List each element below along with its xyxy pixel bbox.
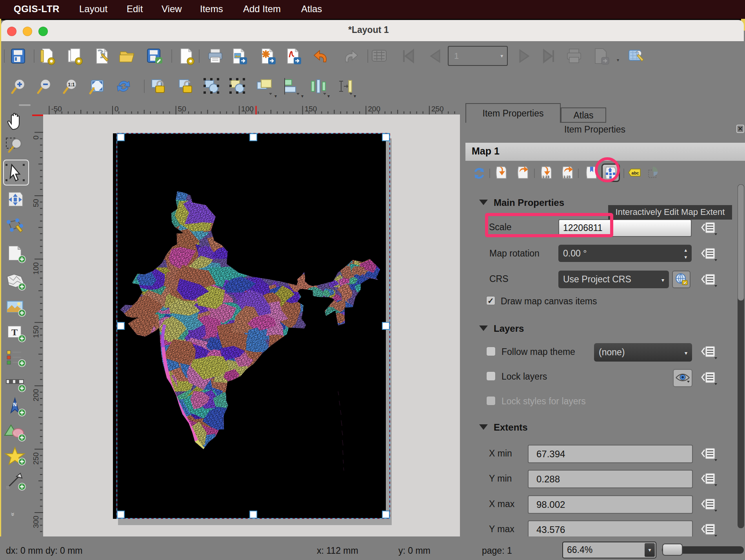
svg-text:150: 150 (32, 325, 40, 338)
svg-text:T: T (11, 327, 18, 337)
svg-text:1:1: 1:1 (68, 82, 75, 87)
svg-text:1:23: 1:23 (542, 175, 549, 179)
svg-text:0: 0 (114, 105, 119, 113)
svg-text:250: 250 (32, 452, 40, 465)
svg-text:0: 0 (32, 136, 40, 140)
svg-text:50: 50 (32, 199, 40, 207)
svg-text:N: N (13, 402, 16, 407)
svg-text:300: 300 (32, 516, 40, 528)
svg-text:-50: -50 (51, 105, 62, 113)
svg-text:100: 100 (32, 262, 40, 275)
svg-text:200: 200 (32, 389, 40, 402)
svg-text:abc: abc (632, 171, 639, 175)
svg-text:1:23: 1:23 (563, 175, 571, 179)
